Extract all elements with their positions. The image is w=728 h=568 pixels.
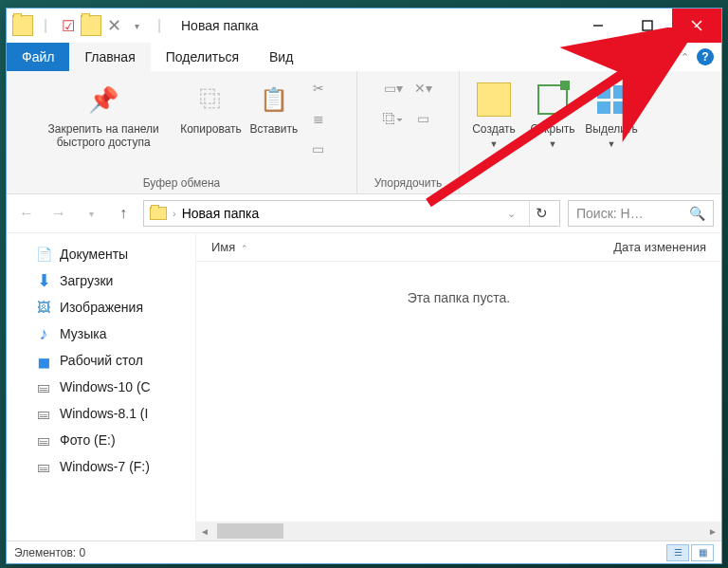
select-button[interactable]: Выделить ▼ xyxy=(585,77,638,149)
chevron-down-icon: ▼ xyxy=(490,139,499,149)
svg-rect-1 xyxy=(643,21,652,30)
help-icon[interactable]: ? xyxy=(697,48,714,65)
window-controls xyxy=(573,9,721,43)
icons-view-button[interactable]: ▦ xyxy=(691,544,714,561)
quick-access-toolbar: | ☑ ✕ ▾ | xyxy=(7,15,170,36)
search-icon: 🔍 xyxy=(689,206,705,221)
delete-icon[interactable]: ✕ xyxy=(103,15,124,36)
refresh-button[interactable]: ↻ xyxy=(529,201,554,226)
nav-drive-f[interactable]: 🖴Windows-7 (F:) xyxy=(7,453,195,480)
tab-share[interactable]: Поделиться xyxy=(151,43,254,71)
nav-drive-e[interactable]: 🖴Фото (E:) xyxy=(7,427,195,453)
select-icon xyxy=(597,85,626,114)
drive-icon: 🖴 xyxy=(35,378,52,395)
column-date[interactable]: Дата изменения xyxy=(598,240,721,254)
copy-icon: ⿻ xyxy=(200,86,223,113)
copy-button[interactable]: ⿻ Копировать xyxy=(180,77,242,136)
nav-desktop[interactable]: ▅Рабочий стол xyxy=(7,347,195,374)
breadcrumb-sep: › xyxy=(173,208,176,219)
open-button[interactable]: Открыть ▼ xyxy=(526,77,579,149)
status-bar: Элементов: 0 ☰ ▦ xyxy=(7,541,721,563)
organize-label: Упорядочить xyxy=(374,173,442,190)
qat-dropdown-icon[interactable]: ▾ xyxy=(126,15,147,36)
pin-button[interactable]: 📌 Закрепить на панели быстрого доступа xyxy=(32,77,174,149)
rename-icon[interactable]: ▭ xyxy=(411,107,436,130)
search-input[interactable]: Поиск: Н… 🔍 xyxy=(568,200,714,227)
window-title: Новая папка xyxy=(181,18,259,33)
properties-icon[interactable]: ☑ xyxy=(58,15,79,36)
nav-music[interactable]: ♪Музыка xyxy=(7,321,195,347)
new-folder-icon[interactable] xyxy=(81,15,101,36)
minimize-button[interactable] xyxy=(573,9,623,43)
close-button[interactable] xyxy=(672,9,721,43)
nav-pictures[interactable]: 🖼Изображения xyxy=(7,294,195,321)
view-switcher: ☰ ▦ xyxy=(666,544,714,561)
scrollbar-thumb[interactable] xyxy=(217,523,283,539)
drive-icon: 🖴 xyxy=(35,405,52,422)
navigation-pane[interactable]: 📄Документы ⬇Загрузки 🖼Изображения ♪Музык… xyxy=(7,233,196,541)
clipboard-label: Буфер обмена xyxy=(143,173,221,190)
drive-icon: 🖴 xyxy=(35,431,52,449)
file-list-pane: Имя⌃ Дата изменения Эта папка пуста. ◄ ► xyxy=(196,233,721,541)
empty-folder-text: Эта папка пуста. xyxy=(196,262,721,522)
ribbon: 📌 Закрепить на панели быстрого доступа ⿻… xyxy=(7,71,721,194)
folder-icon xyxy=(12,15,33,36)
sort-indicator-icon: ⌃ xyxy=(241,244,248,253)
create-button[interactable]: Создать ▼ xyxy=(467,77,520,149)
horizontal-scrollbar[interactable]: ◄ ► xyxy=(196,522,721,541)
chevron-down-icon: ▼ xyxy=(549,139,557,149)
copy-path-icon[interactable]: ≣ xyxy=(306,107,331,130)
downloads-icon: ⬇ xyxy=(35,272,52,289)
clipboard-mini: ✂ ≣ ▭ xyxy=(306,77,331,160)
folder-icon xyxy=(150,207,167,220)
pin-icon: 📌 xyxy=(88,85,118,115)
qat-separator: | xyxy=(35,15,56,36)
up-button[interactable]: ↑ xyxy=(111,201,136,226)
maximize-button[interactable] xyxy=(623,9,672,43)
tab-file[interactable]: Файл xyxy=(7,43,69,71)
delete-button-icon[interactable]: ✕▾ xyxy=(411,77,436,100)
nav-drive-c[interactable]: 🖴Windows-10 (C xyxy=(7,374,195,400)
documents-icon: 📄 xyxy=(35,246,52,263)
item-count: Элементов: 0 xyxy=(14,546,85,559)
paste-shortcut-icon[interactable]: ▭ xyxy=(306,137,331,160)
column-name[interactable]: Имя⌃ xyxy=(196,240,598,254)
column-headers: Имя⌃ Дата изменения xyxy=(196,233,721,262)
nav-documents[interactable]: 📄Документы xyxy=(7,241,195,267)
nav-downloads[interactable]: ⬇Загрузки xyxy=(7,267,195,294)
ribbon-tabs: Файл Главная Поделиться Вид ⌃ ? xyxy=(7,43,721,71)
address-box[interactable]: › Новая папка ⌄ ↻ xyxy=(143,200,560,227)
tab-home[interactable]: Главная xyxy=(69,43,150,71)
explorer-window: | ☑ ✕ ▾ | Новая папка Файл Главная Подел… xyxy=(6,8,722,564)
ribbon-group-organize: ▭▾ ⿻▾ ✕▾ ▭ Упорядочить xyxy=(357,71,460,193)
copy-to-icon[interactable]: ⿻▾ xyxy=(381,107,406,130)
tab-view[interactable]: Вид xyxy=(254,43,308,71)
new-folder-icon xyxy=(477,82,511,117)
scroll-left-icon[interactable]: ◄ xyxy=(196,526,213,537)
paste-icon: 📋 xyxy=(260,86,288,113)
ribbon-help: ⌃ ? xyxy=(673,43,721,71)
nav-drive-d[interactable]: 🖴Windows-8.1 (I xyxy=(7,400,195,427)
music-icon: ♪ xyxy=(35,325,52,342)
scroll-right-icon[interactable]: ► xyxy=(704,526,721,537)
move-to-icon[interactable]: ▭▾ xyxy=(381,77,406,100)
details-view-button[interactable]: ☰ xyxy=(666,544,689,561)
back-button[interactable]: ← xyxy=(14,201,39,226)
desktop-icon: ▅ xyxy=(35,352,52,369)
breadcrumb[interactable]: Новая папка xyxy=(182,206,260,221)
open-icon xyxy=(537,84,568,115)
cut-icon[interactable]: ✂ xyxy=(306,77,331,100)
ribbon-group-clipboard: 📌 Закрепить на панели быстрого доступа ⿻… xyxy=(7,71,357,193)
ribbon-group-new: Создать ▼ Открыть ▼ Выделить ▼ xyxy=(460,71,646,193)
forward-button[interactable]: → xyxy=(46,201,71,226)
drive-icon: 🖴 xyxy=(35,458,52,475)
collapse-ribbon-icon[interactable]: ⌃ xyxy=(681,51,689,64)
content-area: 📄Документы ⬇Загрузки 🖼Изображения ♪Музык… xyxy=(7,232,721,541)
address-dropdown-icon[interactable]: ⌄ xyxy=(507,208,516,220)
recent-dropdown[interactable]: ▾ xyxy=(79,201,103,226)
address-bar: ← → ▾ ↑ › Новая папка ⌄ ↻ Поиск: Н… 🔍 xyxy=(7,194,721,232)
pictures-icon: 🖼 xyxy=(35,299,52,316)
title-bar: | ☑ ✕ ▾ | Новая папка xyxy=(7,9,721,43)
paste-button[interactable]: 📋 Вставить xyxy=(247,77,300,136)
chevron-down-icon: ▼ xyxy=(608,139,616,149)
